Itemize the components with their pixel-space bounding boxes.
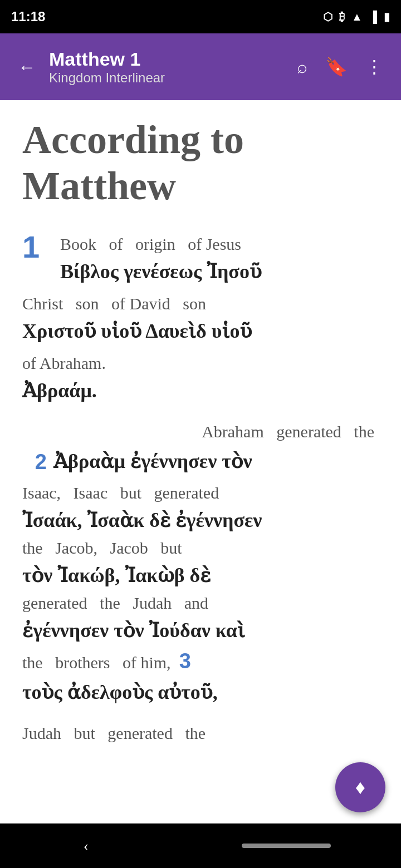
status-bar: 11:18 ⬡ ₿ ▲ ▐ ▮	[0, 0, 401, 33]
bookmark-button[interactable]: 🔖	[321, 52, 352, 82]
verse-2-english-2: Isaac, Isaac but generated	[22, 480, 379, 505]
verse-1-greek-3: Ἀβραάμ.	[22, 376, 379, 406]
status-time: 11:18	[11, 9, 45, 24]
verse-1-english-1: Book of origin of Jesus	[60, 231, 379, 257]
verse-1-greek-1: Βίβλος γενέσεως Ἰησοῦ	[60, 257, 379, 287]
verse-3-number-inline: 3	[179, 649, 191, 673]
verse-2-text-1: Ἀβραὰμ ἐγέννησεν τὸν	[53, 446, 379, 476]
verse-3-english-1: Judah but generated the	[22, 721, 379, 746]
bluetooth-icon: ₿	[339, 11, 345, 23]
verse-2-greek-4: ἐγέννησεν τὸν Ἰούδαν καὶ	[22, 615, 379, 645]
app-bar-title-group: Matthew 1 Kingdom Interlinear	[49, 48, 283, 86]
back-button[interactable]: ←	[13, 52, 40, 82]
app-bar: ← Matthew 1 Kingdom Interlinear ⌕ 🔖 ⋮	[0, 33, 401, 100]
verse-3: Judah but generated the	[22, 721, 379, 746]
verse-1-greek-2: Χριστοῦ υἱοῦ Δαυεὶδ υἱοῦ	[22, 316, 379, 346]
verse-2-english-5: the brothers of him, 3	[22, 645, 379, 677]
verse-2-english-1: Abraham generated the	[22, 419, 379, 444]
verse-2: Abraham generated the 2 Ἀβραὰμ ἐγέννησεν…	[22, 419, 379, 707]
signal-icon: ▐	[369, 11, 377, 23]
more-button[interactable]: ⋮	[361, 52, 388, 82]
nav-back-button[interactable]: ‹	[70, 832, 102, 859]
verse-2-greek-2: Ἰσαάκ, Ἰσαὰκ δὲ ἐγέννησεν	[22, 505, 379, 535]
fab-diamond-icon: ♦	[355, 776, 365, 799]
book-title: According to Matthew	[22, 117, 379, 209]
nav-bar: ‹	[0, 823, 401, 868]
verse-2-greek-1: Ἀβραὰμ ἐγέννησεν τὸν	[53, 446, 379, 476]
verse-2-number: 2	[22, 446, 47, 478]
verse-1-english-2: Christ son of David son	[22, 291, 379, 316]
verse-1-english-3: of Abraham.	[22, 351, 379, 376]
search-button[interactable]: ⌕	[292, 52, 312, 82]
verse-2-english-3: the Jacob, Jacob but	[22, 535, 379, 560]
battery-icon: ▮	[384, 10, 390, 23]
nav-home-bar[interactable]	[242, 844, 331, 848]
cast-icon: ⬡	[323, 10, 332, 23]
verse-1-text: Book of origin of Jesus Βίβλος γενέσεως …	[60, 231, 379, 287]
main-content: According to Matthew 1 Book of origin of…	[0, 100, 401, 781]
verse-2-english-4: generated the Judah and	[22, 590, 379, 615]
wifi-icon: ▲	[351, 11, 363, 23]
app-bar-subtitle: Kingdom Interlinear	[49, 70, 283, 86]
app-bar-title: Matthew 1	[49, 48, 283, 70]
verse-2-greek-3: τὸν Ἰακώβ, Ἰακὼβ δὲ	[22, 560, 379, 590]
fab-button[interactable]: ♦	[335, 762, 385, 812]
verse-1-number: 1	[22, 231, 51, 263]
verse-2-greek-5: τοὺς ἀδελφοὺς αὐτοῦ,	[22, 677, 379, 707]
verse-1: 1 Book of origin of Jesus Βίβλος γενέσεω…	[22, 231, 379, 406]
